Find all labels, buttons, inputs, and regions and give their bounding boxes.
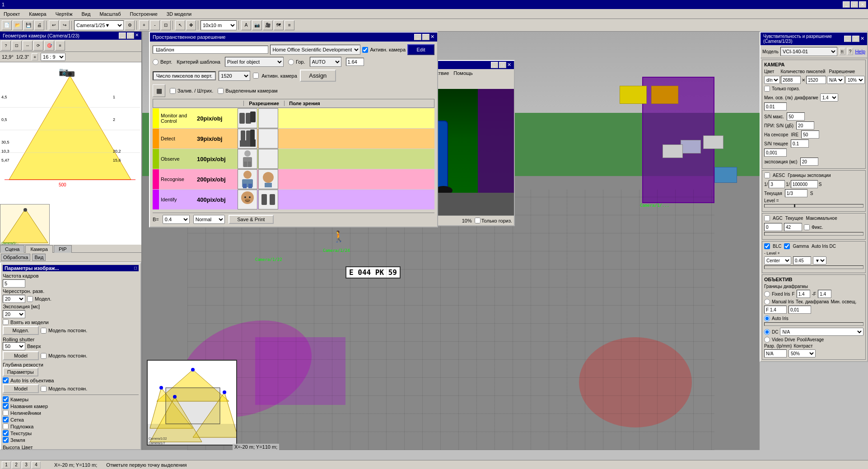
spatial-close-btn[interactable]: ✕	[430, 34, 434, 40]
print-btn[interactable]: 🖨	[34, 20, 44, 30]
video-min-btn[interactable]: _	[491, 62, 498, 68]
menu-project[interactable]: Проект	[2, 11, 22, 17]
agc-val-input[interactable]	[764, 223, 782, 231]
exposure-sens-input[interactable]	[800, 158, 818, 166]
blc-cb[interactable]	[764, 243, 770, 249]
video-restore-btn[interactable]: □	[499, 62, 506, 68]
normal-select[interactable]: Normal	[193, 215, 225, 224]
pri-sn-input[interactable]	[796, 121, 814, 130]
f-min-input[interactable]	[797, 290, 810, 298]
menu-scale[interactable]: Масштаб	[98, 11, 122, 17]
agc-cb[interactable]	[764, 215, 770, 221]
edit-btn[interactable]: Edit	[407, 44, 434, 55]
sn-current-input[interactable]	[791, 139, 809, 148]
chess-select[interactable]: 20	[3, 295, 25, 303]
auto-iris-model-cb[interactable]	[41, 386, 47, 392]
horiz-radio[interactable]	[288, 59, 294, 65]
zoom-out-btn[interactable]: -	[150, 20, 160, 30]
sens-restore-btn[interactable]: □	[852, 36, 859, 42]
cam-geom-restore[interactable]: □	[127, 33, 134, 39]
cursor-btn[interactable]: ↖	[175, 20, 185, 30]
cam-geom-tool2[interactable]: ⊡	[12, 41, 22, 51]
exp-max-input[interactable]	[791, 180, 818, 188]
open-btn[interactable]: 📂	[13, 20, 23, 30]
angle-plus-btn[interactable]: +	[32, 53, 38, 60]
aperture-select[interactable]: 1.4	[820, 93, 838, 102]
fit-btn[interactable]: ⊡	[161, 20, 171, 30]
iris-slider[interactable]	[764, 322, 863, 326]
pixels-select[interactable]: 1520	[219, 71, 250, 81]
criteria-select[interactable]: Pixel for object	[225, 57, 284, 67]
blc-val-input[interactable]	[793, 256, 811, 265]
b-select[interactable]: 0.4	[163, 215, 190, 224]
cam-geom-tool3[interactable]: ↔	[23, 41, 33, 51]
ratio-select[interactable]: 16 : 9	[41, 53, 65, 61]
video-close-btn[interactable]: ✕	[507, 62, 511, 68]
res-select[interactable]: N/A	[827, 76, 845, 84]
new-btn[interactable]: 📄	[2, 20, 12, 30]
agc-max-input[interactable]	[784, 223, 802, 231]
show-textures-cb[interactable]	[3, 430, 9, 436]
cam-geom-tool5[interactable]: 🎯	[44, 41, 54, 51]
cam-geom-tool1[interactable]: ?	[1, 41, 11, 51]
zoom-in-btn[interactable]: +	[139, 20, 149, 30]
tab-3-btn[interactable]: 3	[22, 461, 31, 469]
rolling-model-btn[interactable]: Model	[3, 351, 39, 360]
contrast-select[interactable]: 50%	[789, 349, 816, 358]
pct-select[interactable]: 10%	[845, 76, 865, 84]
aesc-cb[interactable]	[764, 172, 770, 178]
spatial-min-btn[interactable]: _	[414, 34, 421, 40]
camera-btn2[interactable]: 🎥	[263, 20, 273, 30]
blc-slider[interactable]	[764, 265, 863, 269]
camera-select[interactable]: Camera/1/25▼	[74, 20, 124, 30]
copy-btn[interactable]: ⎘	[839, 48, 845, 55]
tab-4-btn[interactable]: 4	[32, 461, 41, 469]
active-cam2-cb[interactable]	[253, 73, 259, 79]
sens-close-btn[interactable]: ✕	[860, 36, 864, 42]
show-grid-cb[interactable]	[3, 417, 9, 423]
show-earth-cb[interactable]	[3, 437, 9, 443]
min-illum-input[interactable]	[764, 102, 787, 111]
help-btn[interactable]: ?	[847, 48, 854, 55]
blc-pos-select[interactable]: Center	[764, 256, 791, 265]
pixels-w-input[interactable]	[781, 76, 801, 84]
sensor-input[interactable]	[764, 149, 787, 157]
rolling-select[interactable]: 50	[3, 342, 25, 350]
show-nonlinear-cb[interactable]	[3, 410, 9, 416]
tab-obr[interactable]: Обработка	[1, 254, 30, 261]
ca-input[interactable]	[764, 306, 787, 314]
tab-1-btn[interactable]: 1	[2, 461, 11, 469]
move-btn[interactable]: ✥	[186, 20, 196, 30]
menu-camera[interactable]: Камера	[27, 11, 48, 17]
show-names-cb[interactable]	[3, 403, 9, 409]
pixels-h-input[interactable]	[806, 76, 826, 84]
agc-slider[interactable]	[764, 232, 863, 236]
sens-min-btn[interactable]: _	[844, 36, 851, 42]
cam-geom-tool6[interactable]: ≡	[55, 41, 65, 51]
fixed-cb[interactable]	[804, 224, 810, 230]
cam-label-122[interactable]: Camera/1/22	[255, 257, 282, 262]
camera-add-btn[interactable]: 📷	[252, 20, 262, 30]
auto-iris-model-btn[interactable]: Model	[3, 384, 39, 393]
tab-scene[interactable]: Сцена	[0, 245, 24, 253]
save-toolbar-btn[interactable]: 💾	[23, 20, 33, 30]
tab-2-btn[interactable]: 2	[12, 461, 21, 469]
gamma-cb[interactable]	[784, 243, 790, 249]
blc-arrow-select[interactable]: ▼	[813, 256, 826, 265]
take-from-model-cb[interactable]	[3, 319, 9, 325]
spatial-restore-btn[interactable]: □	[422, 34, 429, 40]
fixed-iris-radio[interactable]	[764, 291, 770, 297]
dn-select[interactable]: d/n	[764, 76, 780, 84]
menu-drawing[interactable]: Чертёж	[54, 11, 75, 17]
cam-geom-close[interactable]: ✕	[135, 33, 139, 39]
auto-iris-radio[interactable]	[764, 316, 770, 321]
assign-btn[interactable]: Assign	[300, 70, 336, 82]
cam-label-124[interactable]: Camera/1/24	[323, 248, 350, 253]
model-perm-cb[interactable]	[41, 328, 47, 334]
f-max-input[interactable]	[818, 290, 831, 298]
template-select[interactable]: Home Office Scientific Development	[270, 45, 360, 55]
only-horiz-cb[interactable]	[475, 218, 481, 223]
tab-vid[interactable]: Вид	[32, 254, 46, 261]
view3d-btn[interactable]: 🗺	[274, 20, 284, 30]
exposure-slider[interactable]	[764, 204, 863, 208]
